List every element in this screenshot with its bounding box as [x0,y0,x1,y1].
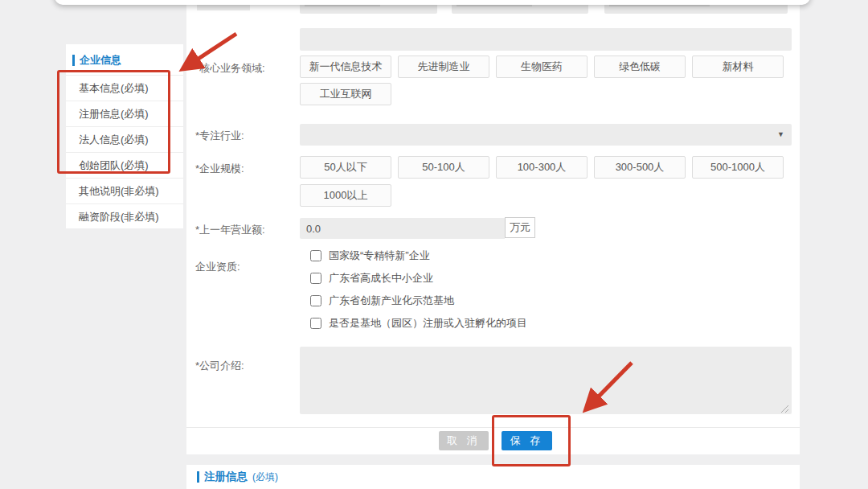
sidebar-item-other-notes[interactable]: 其他说明(非必填) [66,178,183,203]
qualification-option-label: 广东省高成长中小企业 [329,271,433,286]
scale-option-500-1000[interactable]: 500-1000人 [692,156,784,179]
scale-option-300-500[interactable]: 300-500人 [594,156,686,179]
footer-divider [186,427,800,428]
window-bottom-bar [55,0,810,5]
industry-select[interactable]: ▼ [300,124,792,146]
scale-option-under-50[interactable]: 50人以下 [300,156,391,179]
sidebar-item-founding-team[interactable]: 创始团队(必填) [66,152,183,178]
qualification-option-label: 国家级“专精特新”企业 [329,249,430,263]
core-option-industrial-internet[interactable]: 工业互联网 [300,83,391,105]
industry-label: *专注行业: [195,129,244,143]
revenue-unit: 万元 [505,217,535,238]
core-option-green-lowcarbon[interactable]: 绿色低碳 [594,55,686,78]
section-marker-bar [72,55,75,66]
scale-option-50-100[interactable]: 50-100人 [398,156,489,179]
cancel-button[interactable]: 取 消 [439,431,489,450]
core-business-label: *核心业务领域: [195,61,265,76]
core-option-new-it[interactable]: 新一代信息技术 [300,55,391,78]
qualification-row[interactable]: 是否是基地（园区）注册或入驻孵化的项目 [310,316,527,331]
qualification-checkbox-3[interactable] [310,295,321,306]
scale-label: *企业规模: [195,162,244,176]
qualification-checkbox-1[interactable] [310,250,321,261]
qualification-option-label: 广东省创新产业化示范基地 [329,294,454,308]
qualification-option-label: 是否是基地（园区）注册或入驻孵化的项目 [329,316,527,331]
qualification-row[interactable]: 广东省创新产业化示范基地 [310,294,454,308]
core-option-adv-manufacturing[interactable]: 先进制造业 [398,55,489,78]
register-info-header: 注册信息 (必填) [197,470,278,484]
resize-handle-icon[interactable] [780,405,789,413]
revenue-label: *上一年营业额: [195,223,265,237]
sidebar: 企业信息 基本信息(必填) 注册信息(必填) 法人信息(必填) 创始团队(必填)… [66,44,183,228]
sidebar-item-legal-person[interactable]: 法人信息(必填) [66,126,183,152]
register-info-title: 注册信息 [204,470,248,484]
qualification-row[interactable]: 广东省高成长中小企业 [310,271,433,286]
company-intro-textarea[interactable] [300,347,792,414]
business-field-input[interactable] [300,28,792,51]
core-option-new-materials[interactable]: 新材料 [692,55,784,78]
qualifications-label: 企业资质: [195,260,240,274]
core-option-biomedicine[interactable]: 生物医药 [496,55,588,78]
page: *核心业务领域: 新一代信息技术 先进制造业 生物医药 绿色低碳 新材料 工业互… [0,0,868,489]
sidebar-item-basic-info[interactable]: 基本信息(必填) [66,75,183,101]
sidebar-item-financing-stage[interactable]: 融资阶段(非必填) [66,203,183,229]
qualification-row[interactable]: 国家级“专精特新”企业 [310,249,430,263]
scale-option-over-1000[interactable]: 1000以上 [300,184,391,207]
register-info-panel [186,465,800,489]
sidebar-item-register-info[interactable]: 注册信息(必填) [66,101,183,126]
company-intro-label: *公司介绍: [195,359,244,373]
save-button[interactable]: 保 存 [502,431,552,450]
scale-option-100-300[interactable]: 100-300人 [496,156,588,179]
qualification-checkbox-4[interactable] [310,318,321,329]
qualification-checkbox-2[interactable] [310,273,321,284]
revenue-input[interactable] [300,218,505,239]
chevron-down-icon: ▼ [777,130,784,138]
register-info-required-tag: (必填) [252,471,278,484]
sidebar-header: 企业信息 [66,44,183,75]
section-marker-bar [197,471,199,483]
sidebar-title: 企业信息 [80,53,121,68]
